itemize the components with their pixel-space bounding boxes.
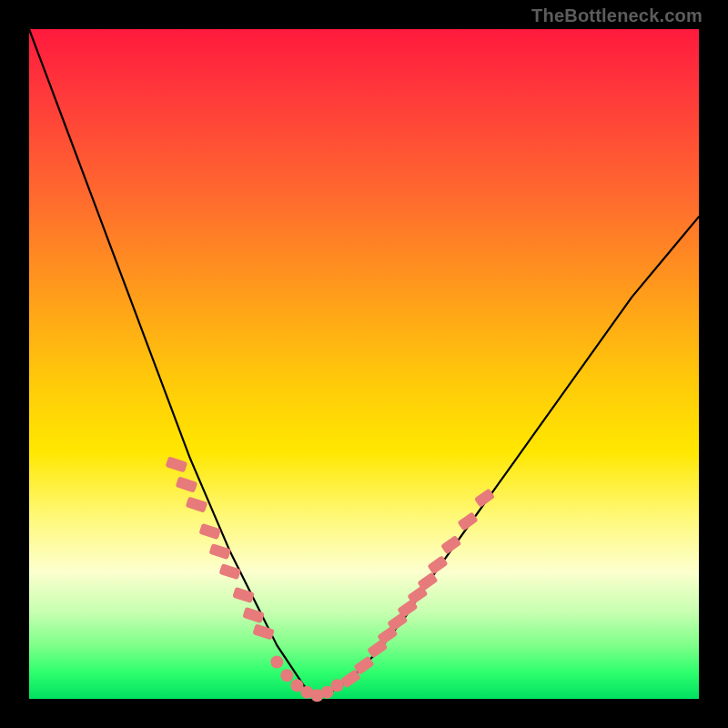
curve-marker bbox=[232, 587, 255, 603]
watermark-text: TheBottleneck.com bbox=[531, 5, 703, 26]
curve-marker bbox=[166, 456, 188, 472]
curve-marker bbox=[198, 523, 221, 540]
curve-marker bbox=[331, 679, 344, 692]
marker-group-left bbox=[166, 456, 275, 640]
curve-layer bbox=[29, 29, 699, 699]
curve-marker bbox=[186, 496, 208, 512]
curve-marker bbox=[252, 623, 275, 640]
curve-marker bbox=[242, 607, 265, 623]
curve-marker bbox=[270, 656, 283, 669]
curve-marker bbox=[176, 476, 198, 492]
marker-group-trough bbox=[270, 656, 343, 703]
curve-marker bbox=[280, 669, 293, 682]
marker-group-right bbox=[340, 489, 495, 689]
chart-frame: TheBottleneck.com bbox=[0, 0, 728, 728]
plot-area bbox=[29, 29, 699, 699]
bottleneck-curve bbox=[29, 29, 699, 699]
